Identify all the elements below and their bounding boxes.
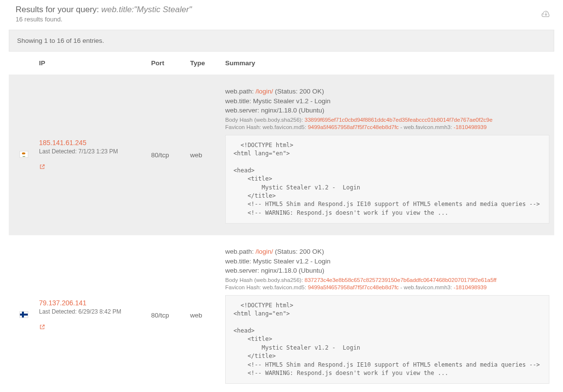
body-hash: Body Hash (web.body.sha256): 837273c4e3e… <box>225 277 549 283</box>
column-header-summary[interactable]: Summary <box>218 52 554 75</box>
results-count: 16 results found. <box>16 16 192 23</box>
summary-title: web.title: Mystic Stealer v1.2 - Login <box>225 257 549 266</box>
external-link-icon[interactable] <box>39 324 45 332</box>
column-header-ip[interactable]: IP <box>32 52 144 75</box>
external-link-icon[interactable] <box>39 164 45 171</box>
column-header-type[interactable]: Type <box>183 52 218 75</box>
country-flag-icon <box>20 151 28 157</box>
results-title-prefix: Results for your query: <box>16 5 101 14</box>
ip-link[interactable]: 185.141.61.245 <box>39 139 86 147</box>
summary-server: web.server: nginx/1.18.0 (Ubuntu) <box>225 266 549 276</box>
last-detected: Last Detected: 6/29/23 8:42 PM <box>39 308 139 315</box>
summary-path: web.path: /login/ (Status: 200 OK) <box>225 247 549 257</box>
favicon-mmh3-link[interactable]: -1810498939 <box>454 284 487 290</box>
favicon-md5-link[interactable]: 9499a5f4657958af7f5f7cc48eb8d7fc <box>308 284 399 290</box>
country-flag-icon <box>20 312 28 317</box>
favicon-hash: Favicon Hash: web.favicon.md5: 9499a5f46… <box>225 124 549 130</box>
table-row: 79.137.206.141 Last Detected: 6/29/23 8:… <box>9 235 554 392</box>
body-hash: Body Hash (web.body.sha256): 33899f695ef… <box>225 117 549 123</box>
results-title: Results for your query: web.title:"Mysti… <box>16 5 192 15</box>
favicon-hash: Favicon Hash: web.favicon.md5: 9499a5f46… <box>225 284 549 290</box>
summary-title: web.title: Mystic Stealer v1.2 - Login <box>225 96 549 106</box>
path-link[interactable]: /login/ <box>255 248 273 255</box>
column-header-flag <box>9 52 32 75</box>
column-header-port[interactable]: Port <box>144 52 183 75</box>
last-detected: Last Detected: 7/1/23 1:23 PM <box>39 148 139 155</box>
summary-path: web.path: /login/ (Status: 200 OK) <box>225 87 549 96</box>
showing-entries: Showing 1 to 16 of 16 entries. <box>9 30 554 52</box>
code-preview: <!DOCTYPE html> <html lang="en"> <head> … <box>225 295 549 384</box>
body-hash-link[interactable]: 33899f695ef71c0cbd94f8861ddc4b7ed35feabc… <box>305 117 493 123</box>
path-link[interactable]: /login/ <box>255 88 273 95</box>
download-icon[interactable] <box>541 8 551 20</box>
table-row: 185.141.61.245 Last Detected: 7/1/23 1:2… <box>9 75 554 236</box>
code-preview: <!DOCTYPE html> <html lang="en"> <head> … <box>225 135 549 224</box>
favicon-md5-link[interactable]: 9499a5f4657958af7f5f7cc48eb8d7fc <box>308 124 399 130</box>
type-value: web <box>183 75 218 236</box>
favicon-mmh3-link[interactable]: -1810498939 <box>454 124 487 130</box>
ip-link[interactable]: 79.137.206.141 <box>39 299 86 307</box>
results-table: IP Port Type Summary 185.141.61.245 Last… <box>9 52 554 392</box>
body-hash-link[interactable]: 837273c4e3e8b58c657c8257239150e7b6addfc0… <box>305 277 497 283</box>
query-value: web.title:"Mystic Stealer" <box>101 5 192 14</box>
port-value: 80/tcp <box>144 235 183 392</box>
port-value: 80/tcp <box>144 75 183 236</box>
type-value: web <box>183 235 218 392</box>
summary-server: web.server: nginx/1.18.0 (Ubuntu) <box>225 106 549 115</box>
